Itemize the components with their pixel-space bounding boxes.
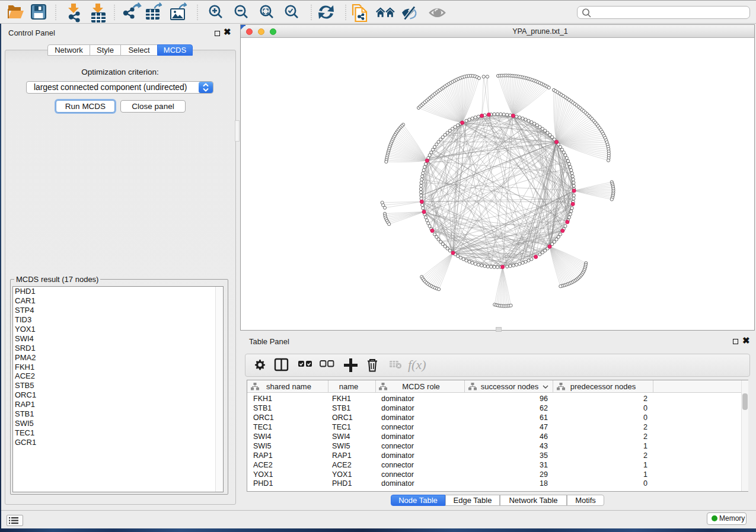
svg-text:f(x): f(x) xyxy=(408,357,426,372)
